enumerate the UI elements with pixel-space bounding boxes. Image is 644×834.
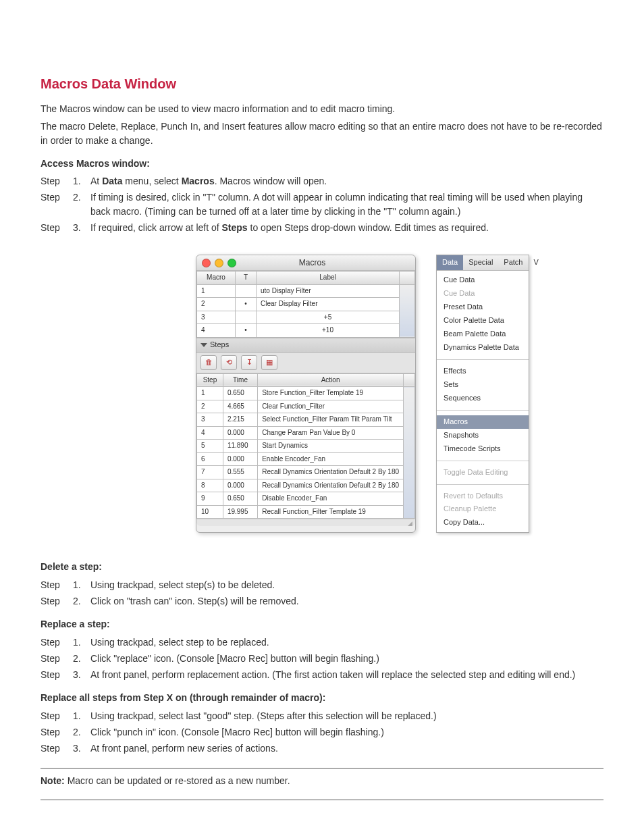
table-row[interactable]: 1uto Display Filter (197, 284, 415, 298)
step-word: Step (41, 668, 73, 681)
data-menu: Data Special Patch V Cue Data Cue Data P… (436, 255, 529, 533)
table-row[interactable]: 40.000Change Param Pan Value By 0 (197, 426, 415, 440)
menu-item: Cue Data (437, 287, 529, 301)
table-row[interactable]: 32.215Select Function_Filter Param Tilt … (197, 413, 415, 427)
step-word: Step (41, 578, 73, 592)
steps-disclosure[interactable]: Steps (196, 338, 415, 353)
minimize-icon[interactable] (215, 259, 223, 267)
section-title: Macros Data Window (41, 74, 603, 94)
step-number: 2. (73, 725, 90, 739)
step-word: Step (41, 174, 73, 188)
step-number: 1. (73, 635, 90, 649)
trash-button[interactable]: 🗑 (200, 355, 217, 370)
step-word: Step (41, 594, 73, 608)
replace-all-heading: Replace all steps from Step X on (throug… (41, 691, 603, 704)
menu-item[interactable]: Beam Palette Data (437, 328, 529, 341)
table-row[interactable]: 60.000Enable Encoder_Fan (197, 452, 415, 466)
col-action[interactable]: Action (258, 373, 404, 387)
step-word: Step (41, 709, 73, 723)
macros-window: Macros Macro T Label 1uto Display Filter… (196, 255, 416, 533)
intro-paragraph-1: The Macros window can be used to view ma… (41, 102, 603, 115)
note-label: Note: (41, 775, 65, 786)
step-number: 2. (73, 652, 90, 665)
note: Note: Macro can be updated or re-stored … (41, 774, 603, 787)
steps-toolbar: 🗑 ⟲ ↧ ▦ (196, 353, 415, 373)
table-row[interactable]: 511.890Start Dynamics (197, 440, 415, 453)
menu-item-macros[interactable]: Macros (437, 415, 529, 429)
menu-item[interactable]: Timecode Scripts (437, 442, 529, 456)
punch-in-button[interactable]: ↧ (241, 355, 257, 370)
step-text: Using trackpad, select step(s) to be del… (90, 578, 603, 592)
intro-paragraph-2: The macro Delete, Replace, Punch In, and… (41, 120, 603, 147)
table-row[interactable]: 90.650Disable Encoder_Fan (197, 492, 415, 506)
col-step[interactable]: Step (197, 373, 223, 387)
step-text: At front panel, perform new series of ac… (90, 741, 603, 755)
step-word: Step (41, 725, 73, 739)
table-row[interactable]: 24.665Clear Function_Filter (197, 400, 415, 413)
col-t[interactable]: T (236, 271, 257, 285)
menubar-item-patch[interactable]: Patch (498, 255, 528, 270)
insert-button[interactable]: ▦ (261, 355, 277, 370)
step-number: 3. (73, 668, 90, 681)
note-text: Macro can be updated or re-stored as a n… (65, 775, 290, 786)
close-icon[interactable] (202, 259, 211, 267)
window-title: Macros (236, 257, 415, 269)
steps-label: Steps (210, 340, 229, 350)
step-number: 2. (73, 190, 90, 218)
step-word: Step (41, 221, 73, 234)
table-row[interactable]: 1019.995Recall Function_Filter Template … (197, 505, 415, 519)
divider (41, 768, 603, 768)
step-text: If required, click arrow at left of Step… (90, 221, 603, 234)
table-row[interactable]: 80.000Recall Dynamics Orientation Defaul… (197, 479, 415, 492)
step-number: 1. (73, 578, 90, 592)
table-row[interactable]: 4•+10 (197, 324, 415, 338)
step-word: Step (41, 652, 73, 665)
menubar-item-data[interactable]: Data (437, 255, 463, 270)
zoom-icon[interactable] (227, 259, 236, 267)
step-text: Using trackpad, select step to be replac… (90, 635, 603, 649)
menu-item[interactable]: Snapshots (437, 429, 529, 442)
menu-item: Revert to Defaults (437, 490, 529, 503)
step-text: Using trackpad, select last "good" step.… (90, 709, 603, 723)
replace-all-steps: Step1.Using trackpad, select last "good"… (41, 709, 603, 756)
menu-item[interactable]: Preset Data (437, 301, 529, 314)
delete-steps: Step1.Using trackpad, select step(s) to … (41, 578, 603, 608)
step-word: Step (41, 190, 73, 218)
step-number: 1. (73, 174, 90, 188)
resize-grip-icon[interactable]: ◢ (196, 519, 415, 526)
scrollbar[interactable] (404, 373, 415, 387)
step-number: 1. (73, 709, 90, 723)
table-row[interactable]: 2•Clear Display Filter (197, 298, 415, 311)
menu-item[interactable]: Color Palette Data (437, 314, 529, 328)
menu-item: Toggle Data Editing (437, 466, 529, 479)
menubar: Data Special Patch V (437, 255, 529, 271)
table-row[interactable]: 70.555Recall Dynamics Orientation Defaul… (197, 466, 415, 479)
scrollbar[interactable] (400, 271, 415, 285)
menu-item[interactable]: Copy Data... (437, 516, 529, 529)
macros-steps-table: Step Time Action 10.650Store Function_Fi… (196, 373, 415, 519)
step-text: At front panel, perform replacement acti… (90, 668, 603, 681)
col-label[interactable]: Label (257, 271, 400, 285)
menu-item[interactable]: Dynamics Palette Data (437, 341, 529, 355)
col-time[interactable]: Time (223, 373, 257, 387)
menubar-item-special[interactable]: Special (463, 255, 498, 270)
step-number: 3. (73, 221, 90, 234)
menu-item[interactable]: Sequences (437, 392, 529, 405)
step-text: If timing is desired, click in "T" colum… (90, 190, 603, 218)
macros-top-table: Macro T Label 1uto Display Filter 2•Clea… (196, 271, 415, 338)
replace-button[interactable]: ⟲ (221, 355, 237, 370)
table-row[interactable]: 10.650Store Function_Filter Template 19 (197, 387, 415, 400)
step-word: Step (41, 741, 73, 755)
menubar-item-v[interactable]: V (528, 255, 543, 270)
delete-heading: Delete a step: (41, 560, 603, 573)
window-titlebar[interactable]: Macros (196, 255, 415, 271)
menu-item[interactable]: Cue Data (437, 273, 529, 287)
menu-item[interactable]: Sets (437, 378, 529, 392)
replace-steps: Step1.Using trackpad, select step to be … (41, 635, 603, 682)
menu-item[interactable]: Effects (437, 365, 529, 378)
step-number: 3. (73, 741, 90, 755)
col-macro[interactable]: Macro (197, 271, 236, 285)
table-row[interactable]: 3+5 (197, 311, 415, 324)
menu-item: Cleanup Palette (437, 502, 529, 516)
step-text: Click "replace" icon. (Console [Macro Re… (90, 652, 603, 665)
